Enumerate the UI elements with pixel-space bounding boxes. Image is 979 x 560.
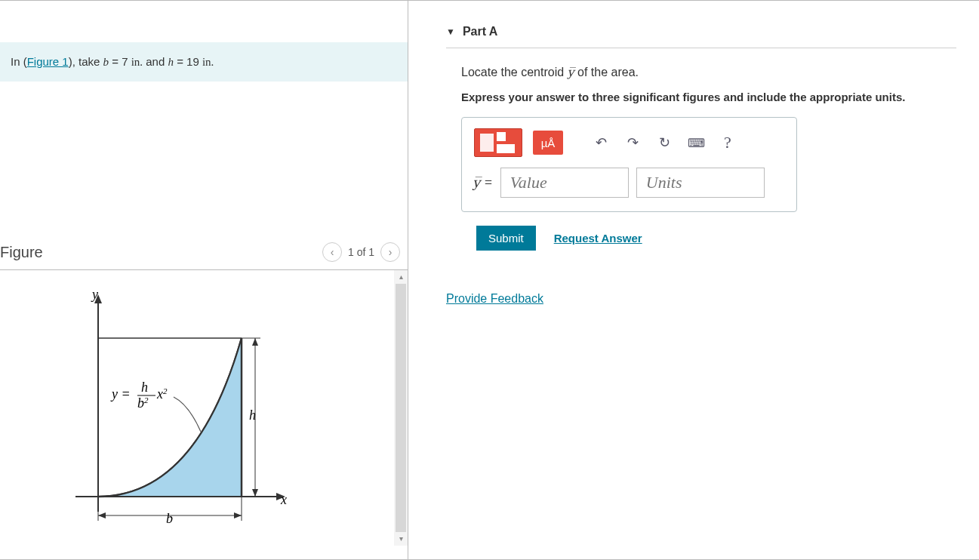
help-button[interactable]: ?	[717, 132, 738, 153]
figure-prev-button[interactable]: ‹	[322, 242, 342, 262]
var-h: h	[168, 56, 174, 68]
svg-rect-20	[480, 134, 494, 152]
question-text: Locate the centroid y̅ of the area.	[461, 65, 956, 79]
scroll-up-icon[interactable]: ▴	[394, 270, 408, 284]
units-picker-button[interactable]: µÅ	[533, 131, 563, 155]
svg-marker-7	[252, 338, 258, 346]
figure-title: Figure	[0, 244, 43, 261]
reset-icon[interactable]: ↻	[654, 132, 675, 153]
text: = 7	[109, 55, 131, 68]
answer-box: µÅ ↶ ↷ ↻ ⌨ ? y̅ =	[461, 117, 797, 212]
svg-rect-21	[497, 132, 506, 141]
svg-text:h: h	[141, 380, 148, 395]
figure-next-button[interactable]: ›	[380, 242, 400, 262]
svg-text:y =: y =	[110, 386, 131, 402]
figure-scrollbar[interactable]: ▴ ▾	[394, 270, 408, 546]
value-input[interactable]	[500, 168, 629, 198]
var-b: b	[103, 56, 109, 68]
unit: in.	[131, 56, 143, 68]
templates-icon[interactable]	[474, 128, 522, 157]
svg-text:x2: x2	[156, 386, 168, 402]
redo-icon[interactable]: ↷	[622, 132, 643, 153]
part-label: Part A	[463, 25, 498, 38]
svg-marker-8	[252, 489, 258, 497]
instruction-text: Express your answer to three significant…	[461, 91, 956, 103]
figure-body: ▴ ▾	[0, 270, 408, 546]
scroll-down-icon[interactable]: ▾	[394, 532, 408, 546]
dim-h-label: h	[249, 408, 256, 423]
text: = 19	[174, 55, 202, 68]
ybar-symbol: y̅	[568, 66, 574, 78]
units-input[interactable]	[636, 168, 765, 198]
submit-button[interactable]: Submit	[476, 226, 536, 251]
keyboard-icon[interactable]: ⌨	[685, 132, 707, 153]
svg-text:b2: b2	[137, 395, 149, 411]
text: and	[143, 55, 168, 68]
undo-icon[interactable]: ↶	[590, 132, 611, 153]
svg-marker-12	[234, 512, 242, 518]
caret-down-icon: ▼	[446, 26, 455, 37]
provide-feedback-link[interactable]: Provide Feedback	[446, 292, 543, 305]
svg-rect-22	[497, 144, 515, 153]
scroll-thumb[interactable]	[396, 284, 406, 532]
axis-x-label: x	[280, 492, 287, 507]
figure-image: h b y x y = h b2	[60, 285, 302, 534]
part-a-header[interactable]: ▼ Part A	[446, 16, 956, 48]
figure-pager: 1 of 1	[348, 246, 374, 258]
dim-b-label: b	[166, 511, 173, 526]
answer-variable-label: y̅ =	[473, 174, 493, 191]
request-answer-link[interactable]: Request Answer	[554, 232, 642, 245]
axis-y-label: y	[91, 287, 98, 302]
curve-equation: y = h b2 x2	[110, 380, 168, 411]
unit: in.	[202, 56, 214, 68]
figure-link[interactable]: Figure 1	[27, 55, 69, 68]
problem-statement: In (Figure 1), take b = 7 in. and h = 19…	[0, 42, 408, 82]
svg-marker-11	[98, 512, 106, 518]
text: ), take	[69, 55, 103, 68]
text: In (	[11, 55, 27, 68]
